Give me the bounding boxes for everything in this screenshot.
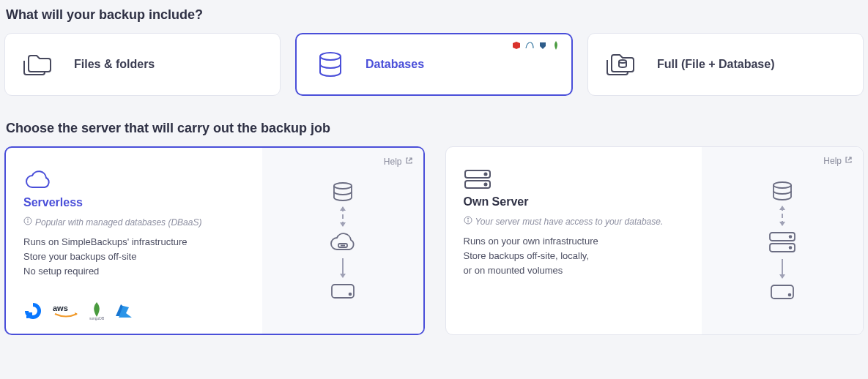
server-option-note: Popular with managed databases (DBaaS) (23, 217, 245, 228)
cloud-icon (23, 170, 245, 190)
digitalocean-logo-icon (23, 301, 42, 320)
server-stack-icon (768, 231, 796, 253)
folders-icon (23, 51, 55, 78)
server-option-note-text: Your server must have access to your dat… (475, 217, 664, 227)
cloud-provider-logos: aws mongoDB (23, 296, 245, 320)
arrow-down-icon (342, 258, 344, 277)
info-icon (464, 216, 472, 227)
arrow-down-icon (782, 206, 783, 225)
database-provider-logos (511, 40, 561, 50)
svg-rect-6 (26, 316, 29, 318)
server-stack-icon (464, 169, 685, 190)
svg-rect-26 (771, 285, 793, 299)
arrow-down-icon (342, 207, 344, 226)
external-link-icon (845, 156, 853, 166)
backup-type-row: Files & folders Databases (4, 33, 864, 96)
backup-type-label: Databases (366, 58, 424, 71)
aws-logo-icon: aws (53, 303, 79, 319)
backup-type-files-folders[interactable]: Files & folders (4, 33, 281, 96)
server-option-diagram-panel: Help (702, 147, 863, 334)
server-desc-line: No setup required (23, 264, 245, 279)
server-rack-icon (330, 283, 355, 299)
redis-logo-icon (511, 40, 522, 50)
serverless-diagram (328, 182, 357, 299)
server-desc-line: Store backups off-site, locally, (464, 249, 685, 263)
server-option-body: Serverless Popular with managed database… (6, 148, 262, 334)
server-option-note-text: Popular with managed databases (DBaaS) (35, 217, 201, 228)
svg-point-20 (467, 218, 468, 219)
server-desc-line: Store your backups off-site (23, 249, 245, 264)
server-option-title: Serverless (23, 196, 245, 209)
help-label: Help (384, 157, 402, 167)
server-option-serverless[interactable]: Serverless Popular with managed database… (4, 146, 425, 335)
svg-point-27 (789, 294, 791, 296)
postgres-logo-icon (538, 40, 548, 50)
database-icon (771, 181, 793, 200)
info-icon (23, 217, 32, 228)
server-option-title: Own Server (464, 195, 685, 209)
azure-logo-icon (114, 303, 133, 319)
mysql-logo-icon (524, 40, 535, 50)
svg-point-0 (320, 53, 341, 60)
server-desc-line: Runs on SimpleBackups' infrastructure (23, 235, 245, 249)
section-title-backup-include: What will your backup include? (6, 7, 862, 23)
own-server-diagram (768, 181, 796, 300)
database-icon (314, 51, 346, 78)
server-option-body: Own Server Your server must have access … (446, 147, 702, 334)
backup-type-full[interactable]: Full (File + Database) (587, 33, 864, 96)
mongodb-logo-icon (551, 40, 561, 50)
arrow-down-icon (782, 259, 783, 278)
server-option-description: Runs on SimpleBackups' infrastructure St… (23, 235, 245, 279)
server-desc-line: or on mounted volumes (464, 263, 685, 278)
svg-point-15 (484, 173, 486, 176)
svg-point-1 (619, 60, 626, 63)
help-label: Help (823, 156, 842, 166)
svg-point-23 (790, 236, 792, 238)
server-rack-icon (770, 284, 795, 300)
server-choice-row: Serverless Popular with managed database… (4, 146, 864, 335)
server-desc-line: Runs on your own infrastructure (464, 234, 685, 249)
svg-point-4 (27, 219, 28, 219)
svg-rect-12 (332, 285, 354, 298)
svg-point-13 (349, 293, 351, 296)
mongodb-logo-icon: mongoDB (89, 301, 104, 320)
server-option-description: Runs on your own infrastructure Store ba… (464, 234, 685, 278)
svg-text:aws: aws (53, 304, 68, 312)
section-title-choose-server: Choose the server that will carry out th… (6, 121, 862, 136)
backup-type-label: Full (File + Database) (657, 58, 774, 71)
svg-point-17 (484, 184, 486, 186)
external-link-icon (405, 157, 413, 167)
server-option-diagram-panel: Help (262, 148, 423, 334)
help-link[interactable]: Help (384, 157, 413, 167)
svg-point-25 (790, 247, 792, 249)
svg-point-9 (334, 183, 352, 189)
server-option-own-server[interactable]: Own Server Your server must have access … (445, 146, 864, 335)
svg-text:mongoDB: mongoDB (89, 316, 104, 320)
backup-type-databases[interactable]: Databases (295, 33, 573, 96)
full-backup-icon (606, 51, 638, 78)
svg-rect-5 (29, 312, 32, 316)
database-icon (332, 182, 354, 201)
svg-point-21 (774, 182, 791, 188)
help-link[interactable]: Help (823, 156, 853, 166)
backup-type-label: Files & folders (74, 58, 155, 71)
cloud-server-icon (328, 232, 357, 252)
server-option-note: Your server must have access to your dat… (464, 216, 685, 227)
